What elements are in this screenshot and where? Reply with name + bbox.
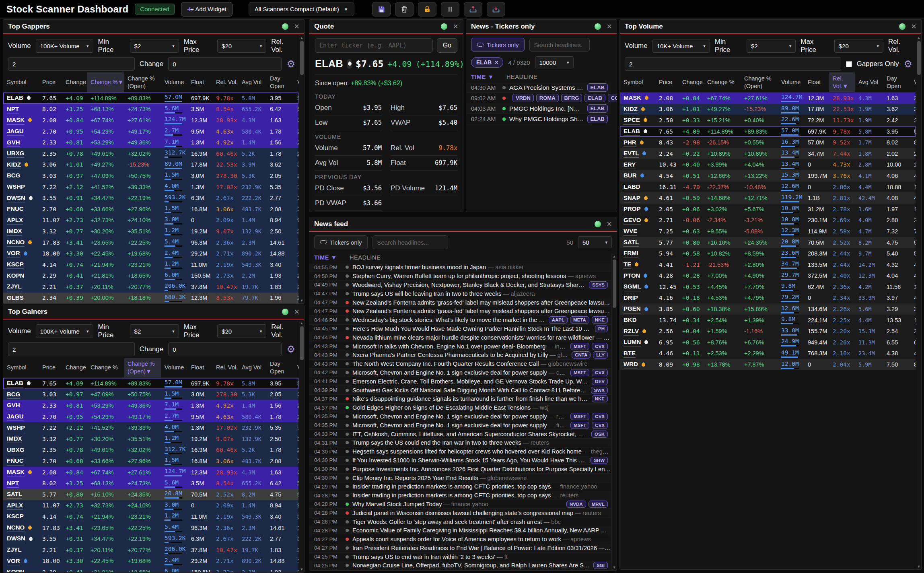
news-row[interactable]: 04:03 AMPMGC Holdings Inc. [NASDAQ: ELAB…: [466, 103, 611, 114]
save-layout-button[interactable]: [372, 2, 391, 16]
column-header-change[interactable]: Change: [679, 77, 704, 87]
news-row[interactable]: 04:30 AMAGA Precision Systems Signs Long…: [466, 82, 611, 93]
headline-column-header[interactable]: HEADLINE: [350, 254, 381, 261]
news-row[interactable]: 04:42 PMMicrosoft, Chevron and Engine No…: [309, 369, 611, 377]
scroll-down-icon[interactable]: ▼: [613, 565, 616, 569]
news-headline[interactable]: Appeals court suspends order for Voice o…: [352, 536, 611, 542]
min-price-select[interactable]: $2▾: [747, 39, 796, 53]
table-row[interactable]: MASK2.08+0.84+67.74%+27.61%124.7M12.3M28…: [3, 467, 298, 478]
ticker-chip[interactable]: MSFT: [570, 413, 589, 420]
news-headline[interactable]: Economic Value of Family Caregiving in M…: [352, 527, 611, 534]
news-row[interactable]: 04:28 PMEconomic Value of Family Caregiv…: [309, 526, 611, 535]
news-headline[interactable]: Judicial panel in Wisconsin dismisses la…: [352, 510, 611, 516]
table-row[interactable]: MASK2.08+0.84+67.74%+27.61%124.7M12.3M28…: [620, 93, 916, 104]
table-row[interactable]: PGEN3.85+0.60+18.38%+15.89%12.6M134.6M2.…: [620, 303, 916, 315]
news-headline[interactable]: Tiger Woods: Golfer to 'step away and se…: [352, 519, 611, 525]
ticker-chip[interactable]: MSFT: [570, 343, 589, 350]
table-row[interactable]: NCNO17.83+3.41+23.65%+22.25%5.4M96.3M2.3…: [3, 522, 298, 534]
column-header-change-%[interactable]: Change %(Open): [741, 73, 778, 91]
ticker-chip[interactable]: ELAB: [587, 115, 608, 123]
table-row[interactable]: TE4.41-1.21-21.53%+2.80%34.7M133.5M2.44x…: [620, 259, 916, 270]
close-icon[interactable]: ×: [607, 22, 612, 31]
news-row[interactable]: 04:30 PMClip Money Inc. Reports 2025 Yea…: [309, 474, 611, 482]
table-row[interactable]: LUMN6.95+0.56+8.76%+6.76%24.9M949.4M2.20…: [620, 337, 916, 348]
table-row[interactable]: ZJYL2.21+0.37+20.11%+20.77%206.0K37.8M10…: [3, 281, 298, 293]
column-header-change[interactable]: Change: [62, 77, 87, 87]
table-row[interactable]: SATL5.77+0.80+16.10%+24.35%20.8M70.5M2.5…: [3, 489, 298, 500]
news-row[interactable]: 04:28 PMWhy Marvell Stock Jumped Today —…: [309, 500, 611, 509]
table-row[interactable]: KSCP4.14+0.74+21.94%+23.21%1.2M11.0M2.19…: [3, 511, 298, 522]
news-row[interactable]: 04:55 PMBOJ survey signals firmer busine…: [309, 263, 611, 272]
ticker-chip[interactable]: ELAB: [587, 83, 608, 92]
ticker-chip[interactable]: AAPL: [549, 316, 568, 324]
table-row[interactable]: ELAB7.65+4.09+114.89%+89.83%57.0M697.9K9…: [620, 126, 916, 137]
table-row[interactable]: IMDX3.32+0.77+30.20%+35.51%1.2M19.2M9.07…: [3, 226, 298, 237]
min-price-select[interactable]: $2▾: [130, 324, 179, 338]
ticker-chip[interactable]: ELAB: [584, 94, 605, 102]
news-row[interactable]: 04:45 PMHere's How Much You Would Have M…: [309, 325, 611, 334]
column-header-change-%[interactable]: Change %(Open)▼: [124, 358, 161, 377]
change-input[interactable]: [168, 342, 282, 356]
scroll-thumb[interactable]: [917, 41, 921, 75]
news-headline[interactable]: If You Invested $1000 In Sherwin-William…: [352, 457, 587, 464]
table-row[interactable]: SATL5.77+0.80+16.10%+24.35%20.8M70.5M2.5…: [620, 237, 916, 248]
ticker-chip[interactable]: CVX: [592, 422, 608, 429]
column-header-volume[interactable]: Volume: [778, 77, 804, 87]
max-price-select[interactable]: $20▾: [834, 39, 883, 53]
close-icon[interactable]: ×: [294, 22, 299, 31]
news-headline[interactable]: Trump says US to end war in Iran within …: [352, 554, 611, 560]
table-row[interactable]: LABD16.31-4.70-22.37%-10.48%12.6M02.86x4…: [620, 181, 916, 193]
import-layout-button[interactable]: [487, 2, 505, 16]
table-row[interactable]: IMDX3.32+0.77+30.20%+35.51%1.2M19.2M9.07…: [3, 433, 298, 445]
table-row[interactable]: ERY10.43+0.40+3.99%+4.04%13.4M04.73x2.8M…: [620, 159, 916, 171]
news-headline[interactable]: Iran President Reiterates Readiness to E…: [352, 545, 611, 551]
column-header-rel-vol-[interactable]: Rel. Vol.▼: [829, 72, 855, 92]
news-row[interactable]: 04:28 PMInsider trading in prediction ma…: [309, 491, 611, 500]
rel-vol-input[interactable]: [625, 57, 841, 71]
table-row[interactable]: JAGU2.70+0.95+54.29%+49.17%2.7M9.5M4.63x…: [3, 126, 298, 137]
news-row[interactable]: 04:29 PMInsider trading in prediction ma…: [309, 482, 611, 491]
news-headline[interactable]: Microsoft in talks with Chevron, Engine …: [352, 343, 567, 350]
news-headline[interactable]: Nike's disappointing guidance signals it…: [352, 396, 589, 402]
news-row[interactable]: 04:35 PMMicrosoft, Chevron and Engine No…: [309, 421, 611, 430]
news-row[interactable]: 04:27 PMIran President Reiterates Readin…: [309, 544, 611, 553]
table-row[interactable]: KSCP4.14+0.74+21.94%+23.21%1.2M11.0M2.19…: [3, 259, 298, 270]
news-headline[interactable]: Emerson Electric, Crane, Toll Brothers, …: [352, 378, 589, 385]
news-row[interactable]: 02:24 AMWhy PMGC Holdings Shares Are Tra…: [466, 114, 611, 124]
scrollbar[interactable]: ▲▼: [611, 254, 617, 570]
news-row[interactable]: 04:47 PMTrump says US will be leaving Ir…: [309, 289, 611, 298]
news-headline[interactable]: Microsoft, Chevron and Engine No. 1 sign…: [352, 413, 567, 420]
column-header-rel-vol-[interactable]: Rel. Vol.: [212, 77, 238, 87]
headline-search-input[interactable]: [529, 38, 590, 52]
gappers-only-checkbox[interactable]: [846, 61, 852, 67]
scroll-up-icon[interactable]: ▲: [917, 36, 921, 40]
news-row[interactable]: 04:31 PMTrump says the US could end the …: [309, 439, 611, 447]
table-row[interactable]: GEVO2.71-0.06-2.34%-3.21%10.8M230.1M2.69…: [620, 215, 916, 226]
ticker-chip[interactable]: META: [570, 316, 589, 324]
news-headline[interactable]: Nevada lithium mine clears major hurdle …: [352, 334, 611, 341]
column-header-avg-vol[interactable]: Avg Vol: [238, 362, 266, 373]
news-row[interactable]: 04:43 PMMicrosoft in talks with Chevron,…: [309, 342, 611, 351]
tickers-only-toggle[interactable]: Tickers only: [314, 235, 368, 249]
news-headline[interactable]: Microsoft, Chevron and Engine No. 1 sign…: [352, 422, 567, 429]
column-header-symbol[interactable]: Symbol: [620, 77, 655, 87]
news-headline[interactable]: BOJ survey signals firmer business mood …: [352, 264, 611, 270]
ticker-chip[interactable]: MSFT: [570, 422, 589, 429]
column-header-change-%[interactable]: Change %: [87, 362, 124, 373]
close-icon[interactable]: ×: [911, 22, 916, 31]
ticker-chip[interactable]: SWX: [591, 387, 608, 394]
column-header-day-open[interactable]: Day Open: [883, 73, 910, 91]
news-headline[interactable]: Purpose Investments Inc. Announces 2026 …: [352, 466, 611, 472]
column-header-price[interactable]: Price: [655, 77, 679, 87]
ticker-chip[interactable]: SSYS: [589, 281, 608, 289]
scrollbar[interactable]: ▲▼: [299, 35, 304, 303]
table-row[interactable]: BKD13.74+0.34+2.54%+1.39%9.8M224.1M2.25x…: [620, 315, 916, 326]
ticker-chip[interactable]: SHW: [591, 457, 608, 464]
gear-icon[interactable]: ⚙: [903, 59, 912, 69]
news-row[interactable]: 04:39 PMSouthwest Gas Kicks Off National…: [309, 386, 611, 395]
table-row[interactable]: BCG3.03+0.97+47.09%+50.75%1.5M3.0M278.30…: [3, 389, 298, 400]
news-headline[interactable]: Microsoft, Chevron and Engine No. 1 sign…: [352, 369, 567, 376]
table-row[interactable]: FRMI5.94+0.58+10.82%+8.59%23.6M208.3M2.4…: [620, 248, 916, 259]
gear-icon[interactable]: ⚙: [286, 344, 295, 354]
chip-close-icon[interactable]: ×: [495, 59, 498, 66]
